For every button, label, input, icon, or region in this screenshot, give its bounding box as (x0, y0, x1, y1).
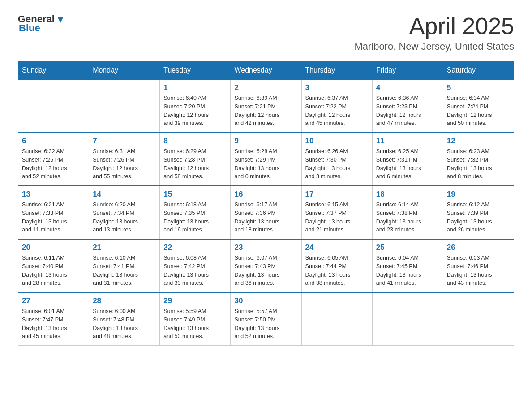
day-info: Sunrise: 6:07 AMSunset: 7:43 PMDaylight:… (234, 254, 297, 287)
title-block: April 2025 Marlboro, New Jersey, United … (354, 13, 514, 52)
day-info: Sunrise: 6:00 AMSunset: 7:48 PMDaylight:… (93, 307, 156, 341)
day-number: 1 (163, 83, 227, 92)
calendar-week-row: 20Sunrise: 6:11 AMSunset: 7:40 PMDayligh… (18, 239, 514, 292)
day-number: 25 (376, 243, 439, 252)
day-info: Sunrise: 6:20 AMSunset: 7:34 PMDaylight:… (93, 201, 156, 234)
day-header-monday: Monday (89, 62, 160, 80)
day-header-thursday: Thursday (301, 62, 372, 80)
calendar-cell (443, 292, 514, 346)
calendar-cell: 15Sunrise: 6:18 AMSunset: 7:35 PMDayligh… (160, 186, 231, 239)
day-number: 8 (163, 137, 227, 146)
day-number: 16 (234, 190, 297, 199)
calendar-cell: 9Sunrise: 6:28 AMSunset: 7:29 PMDaylight… (231, 133, 301, 186)
calendar-cell: 29Sunrise: 5:59 AMSunset: 7:49 PMDayligh… (160, 292, 231, 346)
calendar-cell: 27Sunrise: 6:01 AMSunset: 7:47 PMDayligh… (18, 292, 89, 346)
day-info: Sunrise: 6:37 AMSunset: 7:22 PMDaylight:… (305, 94, 369, 128)
day-info: Sunrise: 6:21 AMSunset: 7:33 PMDaylight:… (22, 201, 85, 234)
calendar-cell: 4Sunrise: 6:36 AMSunset: 7:23 PMDaylight… (372, 79, 443, 133)
day-info: Sunrise: 6:17 AMSunset: 7:36 PMDaylight:… (234, 201, 297, 234)
calendar-cell: 25Sunrise: 6:04 AMSunset: 7:45 PMDayligh… (372, 239, 443, 292)
calendar-cell (18, 79, 89, 133)
calendar-cell: 14Sunrise: 6:20 AMSunset: 7:34 PMDayligh… (89, 186, 160, 239)
day-number: 3 (305, 83, 369, 92)
calendar-cell: 20Sunrise: 6:11 AMSunset: 7:40 PMDayligh… (18, 239, 89, 292)
day-info: Sunrise: 6:36 AMSunset: 7:23 PMDaylight:… (376, 94, 439, 128)
day-info: Sunrise: 6:04 AMSunset: 7:45 PMDaylight:… (376, 254, 439, 287)
page-header: General Blue April 2025 Marlboro, New Je… (18, 13, 514, 52)
calendar-cell: 26Sunrise: 6:03 AMSunset: 7:46 PMDayligh… (443, 239, 514, 292)
calendar-cell (372, 292, 443, 346)
calendar-cell: 12Sunrise: 6:23 AMSunset: 7:32 PMDayligh… (443, 133, 514, 186)
calendar-cell: 16Sunrise: 6:17 AMSunset: 7:36 PMDayligh… (231, 186, 301, 239)
day-number: 4 (376, 83, 439, 92)
day-number: 10 (305, 137, 369, 146)
day-info: Sunrise: 6:15 AMSunset: 7:37 PMDaylight:… (305, 201, 369, 234)
day-header-wednesday: Wednesday (231, 62, 301, 80)
day-header-tuesday: Tuesday (160, 62, 231, 80)
day-number: 14 (93, 190, 156, 199)
calendar-cell: 3Sunrise: 6:37 AMSunset: 7:22 PMDaylight… (301, 79, 372, 133)
day-number: 18 (376, 190, 439, 199)
calendar-subtitle: Marlboro, New Jersey, United States (354, 41, 514, 52)
calendar-cell: 5Sunrise: 6:34 AMSunset: 7:24 PMDaylight… (443, 79, 514, 133)
day-info: Sunrise: 6:26 AMSunset: 7:30 PMDaylight:… (305, 147, 369, 181)
day-number: 28 (93, 296, 156, 305)
day-info: Sunrise: 6:23 AMSunset: 7:32 PMDaylight:… (447, 147, 510, 181)
day-number: 12 (447, 137, 510, 146)
day-info: Sunrise: 6:14 AMSunset: 7:38 PMDaylight:… (376, 201, 439, 234)
day-info: Sunrise: 6:31 AMSunset: 7:26 PMDaylight:… (93, 147, 156, 181)
day-number: 17 (305, 190, 369, 199)
calendar-cell: 1Sunrise: 6:40 AMSunset: 7:20 PMDaylight… (160, 79, 231, 133)
logo-blue-text: Blue (19, 22, 40, 34)
day-number: 15 (163, 190, 227, 199)
day-number: 2 (234, 83, 297, 92)
calendar-title: April 2025 (354, 13, 514, 39)
calendar-cell: 28Sunrise: 6:00 AMSunset: 7:48 PMDayligh… (89, 292, 160, 346)
day-number: 27 (22, 296, 85, 305)
calendar-week-row: 13Sunrise: 6:21 AMSunset: 7:33 PMDayligh… (18, 186, 514, 239)
calendar-cell: 6Sunrise: 6:32 AMSunset: 7:25 PMDaylight… (18, 133, 89, 186)
calendar-week-row: 6Sunrise: 6:32 AMSunset: 7:25 PMDaylight… (18, 133, 514, 186)
day-number: 7 (93, 137, 156, 146)
day-header-sunday: Sunday (18, 62, 89, 80)
calendar-cell: 23Sunrise: 6:07 AMSunset: 7:43 PMDayligh… (231, 239, 301, 292)
day-info: Sunrise: 6:25 AMSunset: 7:31 PMDaylight:… (376, 147, 439, 181)
calendar-cell: 19Sunrise: 6:12 AMSunset: 7:39 PMDayligh… (443, 186, 514, 239)
day-info: Sunrise: 6:10 AMSunset: 7:41 PMDaylight:… (93, 254, 156, 287)
day-number: 30 (234, 296, 297, 305)
calendar-cell: 2Sunrise: 6:39 AMSunset: 7:21 PMDaylight… (231, 79, 301, 133)
calendar-cell: 30Sunrise: 5:57 AMSunset: 7:50 PMDayligh… (231, 292, 301, 346)
day-number: 6 (22, 137, 85, 146)
calendar-week-row: 1Sunrise: 6:40 AMSunset: 7:20 PMDaylight… (18, 79, 514, 133)
calendar-week-row: 27Sunrise: 6:01 AMSunset: 7:47 PMDayligh… (18, 292, 514, 346)
day-info: Sunrise: 6:28 AMSunset: 7:29 PMDaylight:… (234, 147, 297, 181)
day-number: 20 (22, 243, 85, 252)
day-header-friday: Friday (372, 62, 443, 80)
calendar-cell: 13Sunrise: 6:21 AMSunset: 7:33 PMDayligh… (18, 186, 89, 239)
day-info: Sunrise: 6:12 AMSunset: 7:39 PMDaylight:… (447, 201, 510, 234)
day-number: 22 (163, 243, 227, 252)
logo-triangle-icon (56, 15, 65, 25)
day-number: 5 (447, 83, 510, 92)
calendar-cell: 18Sunrise: 6:14 AMSunset: 7:38 PMDayligh… (372, 186, 443, 239)
day-info: Sunrise: 6:29 AMSunset: 7:28 PMDaylight:… (163, 147, 227, 181)
calendar-cell: 7Sunrise: 6:31 AMSunset: 7:26 PMDaylight… (89, 133, 160, 186)
day-info: Sunrise: 6:03 AMSunset: 7:46 PMDaylight:… (447, 254, 510, 287)
day-info: Sunrise: 6:40 AMSunset: 7:20 PMDaylight:… (163, 94, 227, 128)
day-info: Sunrise: 6:08 AMSunset: 7:42 PMDaylight:… (163, 254, 227, 287)
logo: General Blue (18, 13, 65, 34)
calendar-cell: 22Sunrise: 6:08 AMSunset: 7:42 PMDayligh… (160, 239, 231, 292)
day-number: 29 (163, 296, 227, 305)
calendar-cell: 21Sunrise: 6:10 AMSunset: 7:41 PMDayligh… (89, 239, 160, 292)
day-info: Sunrise: 5:57 AMSunset: 7:50 PMDaylight:… (234, 307, 297, 341)
day-info: Sunrise: 6:05 AMSunset: 7:44 PMDaylight:… (305, 254, 369, 287)
day-number: 24 (305, 243, 369, 252)
day-number: 11 (376, 137, 439, 146)
day-info: Sunrise: 6:01 AMSunset: 7:47 PMDaylight:… (22, 307, 85, 341)
day-number: 26 (447, 243, 510, 252)
day-number: 21 (93, 243, 156, 252)
calendar-header-row: SundayMondayTuesdayWednesdayThursdayFrid… (18, 62, 514, 80)
day-info: Sunrise: 5:59 AMSunset: 7:49 PMDaylight:… (163, 307, 227, 341)
calendar-table: SundayMondayTuesdayWednesdayThursdayFrid… (18, 61, 514, 346)
calendar-cell: 10Sunrise: 6:26 AMSunset: 7:30 PMDayligh… (301, 133, 372, 186)
